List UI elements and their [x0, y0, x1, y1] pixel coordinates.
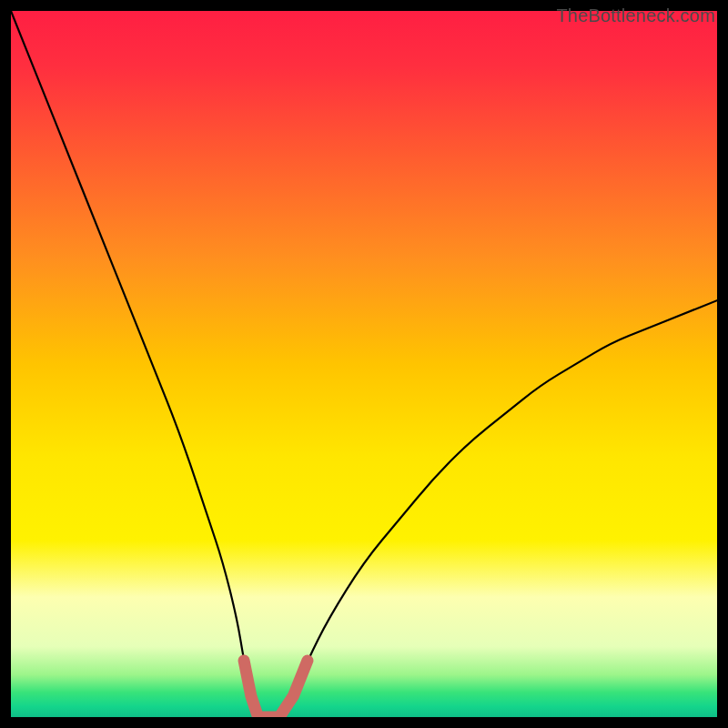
- watermark-text: TheBottleneck.com: [556, 5, 715, 26]
- plot-area: [11, 11, 717, 717]
- chart-frame: TheBottleneck.com: [0, 0, 728, 728]
- chart-svg: [11, 11, 717, 717]
- gradient-background: [11, 11, 717, 717]
